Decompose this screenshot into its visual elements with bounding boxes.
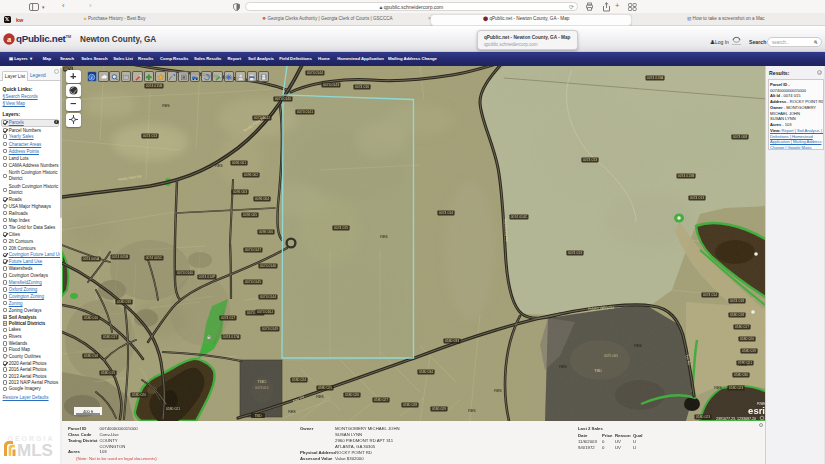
svg-text:0580 027: 0580 027 xyxy=(374,398,388,402)
svg-text:0074 013: 0074 013 xyxy=(690,196,704,200)
svg-text:0074 0143: 0074 0143 xyxy=(323,83,339,87)
svg-text:0074 014C: 0074 014C xyxy=(511,215,528,219)
svg-text:0074 017A: 0074 017A xyxy=(223,335,240,339)
svg-text:0074 013: 0074 013 xyxy=(583,158,597,162)
svg-text:0074 015B: 0074 015B xyxy=(146,84,163,88)
svg-text:0074 0145: 0074 0145 xyxy=(245,280,261,284)
svg-text:0074 0147: 0074 0147 xyxy=(245,248,261,252)
svg-text:0580 033: 0580 033 xyxy=(445,339,459,343)
svg-text:0074 013B: 0074 013B xyxy=(678,174,695,178)
svg-text:0096 005: 0096 005 xyxy=(243,213,257,217)
svg-text:0580 015: 0580 015 xyxy=(101,371,115,375)
svg-text:TBD: TBD xyxy=(258,379,267,384)
svg-text:0074 005B: 0074 005B xyxy=(112,255,129,259)
svg-text:0074 014: 0074 014 xyxy=(439,211,453,215)
svg-text:Schneider: Schneider xyxy=(732,43,742,45)
svg-text:RES: RES xyxy=(559,365,567,369)
svg-text:0580 020: 0580 020 xyxy=(132,393,146,397)
svg-text:0074 0140: 0074 0140 xyxy=(177,271,193,275)
svg-text:0074 018: 0074 018 xyxy=(730,299,744,303)
svg-text:RES: RES xyxy=(634,344,642,348)
svg-text:0096 004: 0096 004 xyxy=(255,197,269,201)
svg-text:0580 026: 0580 026 xyxy=(345,393,359,397)
svg-text:0580 034: 0580 034 xyxy=(419,370,433,374)
svg-text:RES: RES xyxy=(468,409,476,413)
svg-text:RES: RES xyxy=(316,395,324,399)
svg-text:0580 017: 0580 017 xyxy=(735,325,749,329)
svg-text:2391077.23, 1233687.20: 2391077.23, 1233687.20 xyxy=(716,417,758,421)
svg-text:0580 016: 0580 016 xyxy=(84,316,98,320)
svg-text:0074 005A: 0074 005A xyxy=(83,257,100,261)
svg-text:RES: RES xyxy=(739,363,747,367)
svg-text:0074 015: 0074 015 xyxy=(334,226,348,230)
svg-text:0074 013A: 0074 013A xyxy=(647,76,664,80)
svg-text:0074 0144: 0074 0144 xyxy=(260,295,276,299)
svg-text:0074 0146: 0074 0146 xyxy=(260,264,276,268)
svg-text:0580 028: 0580 028 xyxy=(403,403,417,407)
svg-text:0074 005C: 0074 005C xyxy=(146,256,163,260)
svg-text:400 ft: 400 ft xyxy=(83,409,94,414)
svg-text:TBD: TBD xyxy=(254,414,262,418)
svg-text:RES: RES xyxy=(162,104,170,108)
svg-text:0074 008: 0074 008 xyxy=(733,135,747,139)
svg-text:0074 016J: 0074 016J xyxy=(257,310,273,314)
svg-text:0096 006: 0096 006 xyxy=(259,230,273,234)
svg-text:RES: RES xyxy=(714,386,722,390)
svg-text:0075 005: 0075 005 xyxy=(604,354,618,358)
svg-text:RES: RES xyxy=(494,389,502,393)
svg-text:0580 025: 0580 025 xyxy=(318,386,332,390)
svg-text:esri: esri xyxy=(748,405,765,416)
svg-text:0074 0141: 0074 0141 xyxy=(297,110,313,114)
svg-text:0074 0144: 0074 0144 xyxy=(307,71,323,75)
svg-text:RES: RES xyxy=(215,164,223,168)
svg-text:MLS: MLS xyxy=(17,441,53,458)
svg-text:0074 0140: 0074 0140 xyxy=(275,97,291,101)
svg-text:0074 017: 0074 017 xyxy=(221,316,235,320)
svg-text:0580 030: 0580 030 xyxy=(734,373,748,377)
svg-text:0580 018: 0580 018 xyxy=(730,313,744,317)
svg-text:0096 003: 0096 003 xyxy=(233,190,247,194)
svg-text:0074 014P: 0074 014P xyxy=(199,275,216,279)
svg-text:0096 001: 0096 001 xyxy=(232,161,246,165)
svg-text:0580 023: 0580 023 xyxy=(729,386,743,390)
svg-text:RES: RES xyxy=(288,410,296,414)
svg-text:0096 002: 0096 002 xyxy=(244,173,258,177)
svg-text:0580 024: 0580 024 xyxy=(292,378,306,382)
svg-text:0074 014: 0074 014 xyxy=(703,293,717,297)
svg-text:0074 015: 0074 015 xyxy=(255,386,269,390)
svg-text:0074 013: 0074 013 xyxy=(568,251,582,255)
svg-text:0074 0149: 0074 0149 xyxy=(262,327,278,331)
svg-text:0580 020: 0580 020 xyxy=(740,337,754,341)
svg-text:0580 023: 0580 023 xyxy=(696,415,710,419)
svg-text:0580 021: 0580 021 xyxy=(166,407,180,411)
svg-text:0580 018: 0580 018 xyxy=(84,354,98,358)
svg-text:0074 013: 0074 013 xyxy=(143,134,157,138)
svg-text:0074 016: 0074 016 xyxy=(355,85,369,89)
svg-text:0580 019: 0580 019 xyxy=(117,300,131,304)
svg-text:0580 019: 0580 019 xyxy=(742,349,756,353)
svg-text:0580 029: 0580 029 xyxy=(432,407,446,411)
svg-text:TBD: TBD xyxy=(594,368,602,373)
svg-text:0580 017: 0580 017 xyxy=(103,335,117,339)
svg-text:RES: RES xyxy=(380,235,388,239)
